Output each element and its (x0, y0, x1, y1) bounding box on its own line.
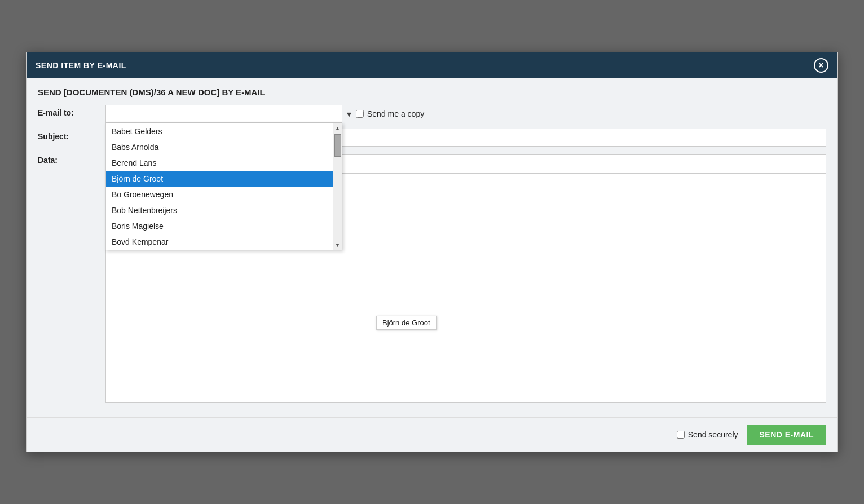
dropdown-item-babs[interactable]: Babs Arnolda (106, 139, 333, 155)
email-to-row: E-mail to: ▾ Send me a copy Babet Gelder… (38, 105, 826, 123)
scrollbar-up[interactable]: ▲ (335, 123, 341, 133)
email-dropdown-list[interactable]: Babet Gelders Babs Arnolda Berend Lans B… (105, 123, 342, 250)
send-copy-label[interactable]: Send me a copy (356, 109, 424, 118)
dropdown-item-berend[interactable]: Berend Lans (106, 155, 333, 171)
email-dropdown-arrow[interactable]: ▾ (347, 109, 351, 120)
dropdown-inner: Babet Gelders Babs Arnolda Berend Lans B… (106, 123, 342, 250)
send-copy-text: Send me a copy (367, 109, 424, 118)
email-label: E-mail to: (38, 105, 105, 117)
modal-body: SEND [DOCUMENTEN (DMS)/36 A NEW DOC] BY … (27, 78, 837, 417)
modal-header: SEND ITEM BY E-MAIL × (27, 52, 837, 78)
dropdown-scrollbar: ▲ ▼ (333, 123, 342, 250)
send-securely-text: Send securely (688, 430, 738, 439)
close-button[interactable]: × (814, 58, 828, 73)
send-securely-label[interactable]: Send securely (677, 430, 738, 439)
dropdown-items: Babet Gelders Babs Arnolda Berend Lans B… (106, 123, 333, 250)
dropdown-item-bovd[interactable]: Bovd Kempenar (106, 234, 333, 250)
modal-footer: Send securely SEND E-MAIL (27, 417, 837, 452)
email-input[interactable] (105, 105, 342, 123)
send-email-modal: SEND ITEM BY E-MAIL × SEND [DOCUMENTEN (… (26, 52, 838, 452)
dropdown-item-babet[interactable]: Babet Gelders (106, 123, 333, 139)
modal-title: SEND ITEM BY E-MAIL (36, 61, 126, 70)
send-copy-checkbox[interactable] (356, 110, 364, 118)
subject-label: Subject: (38, 129, 105, 141)
dropdown-item-boris[interactable]: Boris Magielse (106, 218, 333, 234)
email-controls: ▾ Send me a copy Babet Gelders Babs Arno… (105, 105, 826, 123)
dropdown-item-bob[interactable]: Bob Nettenbreijers (106, 202, 333, 218)
tooltip-bubble: Björn de Groot (376, 316, 437, 330)
dropdown-item-bo[interactable]: Bo Groenewegen (106, 187, 333, 202)
send-email-button[interactable]: SEND E-MAIL (747, 425, 827, 445)
scrollbar-down[interactable]: ▼ (335, 240, 341, 250)
data-label: Data: (38, 152, 105, 165)
scrollbar-thumb[interactable] (334, 134, 341, 157)
doc-title: SEND [DOCUMENTEN (DMS)/36 A NEW DOC] BY … (38, 87, 826, 97)
dropdown-item-bjorn[interactable]: Björn de Groot (106, 171, 333, 187)
send-securely-checkbox[interactable] (677, 431, 685, 439)
